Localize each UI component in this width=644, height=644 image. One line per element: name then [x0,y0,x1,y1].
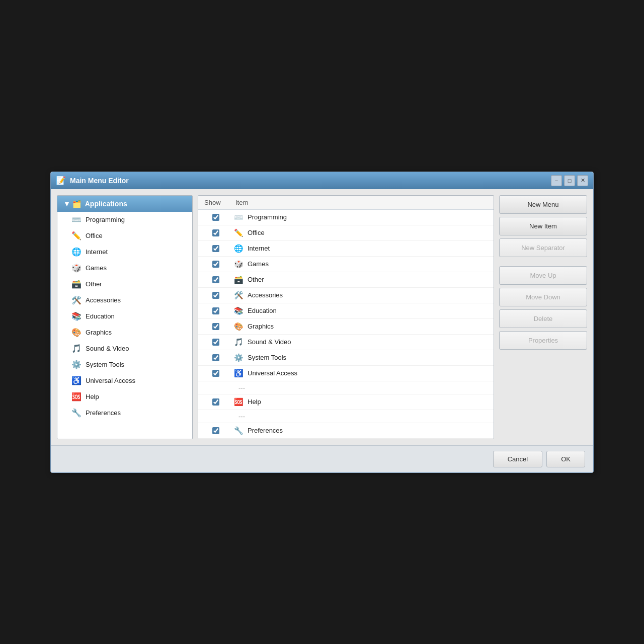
cancel-button[interactable]: Cancel [493,451,542,467]
left-item-icon: 🎲 [71,263,82,273]
left-item-label: Preferences [86,409,121,417]
left-item-icon: ⚙️ [71,360,82,370]
move-up-button[interactable]: Move Up [499,266,587,285]
item-icon: 🎨 [233,321,244,332]
item-name-cell: 🌐Internet [233,244,494,254]
left-item-label: Other [86,280,102,288]
left-item[interactable]: 🆘Help [57,389,192,405]
item-icon: 🎲 [233,259,244,269]
item-icon: ♿ [233,368,244,378]
item-label: Help [248,398,261,406]
center-item-row[interactable]: ♿Universal Access [198,366,494,381]
center-item-row[interactable]: 🎲Games [198,257,494,272]
left-item-icon: ✏️ [71,231,82,241]
item-checkbox[interactable] [212,292,219,299]
left-item[interactable]: 🎵Sound & Video [57,341,192,357]
left-item[interactable]: 🎲Games [57,260,192,276]
item-checkbox[interactable] [212,354,219,361]
left-item-label: Games [86,264,107,272]
delete-button[interactable]: Delete [499,309,587,328]
left-item-label: Internet [86,248,108,256]
ok-button[interactable]: OK [546,451,585,467]
left-item[interactable]: 📚Education [57,308,192,325]
left-item[interactable]: ⚙️System Tools [57,357,192,373]
center-item-row[interactable]: 🛠️Accessories [198,288,494,303]
item-label: Office [248,229,265,236]
left-item-icon: 🎵 [71,344,82,354]
new-separator-button[interactable]: New Separator [499,238,587,257]
left-panel-header[interactable]: ▼ 🗂️ Applications [57,196,192,212]
item-checkbox[interactable] [212,214,219,221]
left-item-icon: 🆘 [71,392,82,402]
center-item-row[interactable]: 🗃️Other [198,272,494,288]
close-button[interactable]: ✕ [577,175,588,186]
minimize-button[interactable]: − [551,175,562,186]
check-cell [198,307,233,314]
left-item[interactable]: 🌐Internet [57,244,192,260]
left-item-icon: ♿ [71,376,82,386]
titlebar-icon: 📝 [56,176,66,186]
left-item-icon: 🔧 [71,408,82,418]
item-checkbox[interactable] [212,323,219,330]
left-item[interactable]: ✏️Office [57,228,192,244]
center-item-row[interactable]: 🎨Graphics [198,319,494,335]
item-label: Education [248,307,277,314]
item-icon: 🗃️ [233,275,244,285]
item-checkbox[interactable] [212,276,219,283]
center-item-row[interactable]: 🔧Preferences [198,423,494,439]
properties-button[interactable]: Properties [499,331,587,350]
center-header: Show Item [198,196,494,210]
check-cell [198,398,233,406]
left-item[interactable]: 🛠️Accessories [57,292,192,308]
item-label: Programming [248,213,287,221]
center-item-row[interactable]: ⚙️System Tools [198,350,494,366]
item-name-cell: 🎲Games [233,259,494,269]
left-item[interactable]: ♿Universal Access [57,373,192,389]
item-icon: ⚙️ [233,353,244,363]
center-item-row[interactable]: ✏️Office [198,225,494,241]
center-item-row[interactable]: 🌐Internet [198,241,494,257]
check-cell [198,427,233,434]
center-item-row[interactable]: 📚Education [198,303,494,319]
item-label: Internet [248,245,270,252]
titlebar-controls: − □ ✕ [551,175,588,186]
item-name-cell: ♿Universal Access [233,368,494,378]
check-cell [198,214,233,221]
left-item-label: Accessories [86,296,121,304]
item-icon: 🆘 [233,397,244,407]
left-item[interactable]: 🎨Graphics [57,325,192,341]
center-separator-row: --- [198,381,494,394]
separator-label: --- [233,384,494,391]
center-item-row[interactable]: 🆘Help [198,394,494,410]
left-item[interactable]: 🗃️Other [57,276,192,292]
item-checkbox[interactable] [212,229,219,236]
item-checkbox[interactable] [212,307,219,314]
left-item[interactable]: ⌨️Programming [57,212,192,228]
item-checkbox[interactable] [212,261,219,268]
new-item-button[interactable]: New Item [499,217,587,235]
restore-button[interactable]: □ [564,175,575,186]
item-checkbox[interactable] [212,398,219,406]
item-name-cell: 📚Education [233,306,494,316]
item-checkbox[interactable] [212,370,219,377]
item-icon: ✏️ [233,228,244,238]
right-panel: New Menu New Item New Separator Move Up … [499,195,587,439]
item-checkbox[interactable] [212,245,219,252]
item-checkbox[interactable] [212,427,219,434]
item-checkbox[interactable] [212,339,219,346]
item-label: Preferences [248,427,283,434]
move-down-button[interactable]: Move Down [499,288,587,306]
left-item-label: Education [86,312,115,320]
center-item-row[interactable]: 🎵Sound & Video [198,335,494,350]
center-item-row[interactable]: ⌨️Programming [198,210,494,225]
left-item[interactable]: 🔧Preferences [57,405,192,421]
left-item-label: Office [86,232,103,239]
left-item-label: Universal Access [86,377,135,384]
check-cell [198,261,233,268]
left-item-label: Sound & Video [86,345,129,352]
item-label: System Tools [248,354,286,361]
new-menu-button[interactable]: New Menu [499,195,587,214]
left-item-label: Programming [86,216,125,223]
separator-label: --- [233,413,494,420]
item-label: Other [248,276,264,283]
